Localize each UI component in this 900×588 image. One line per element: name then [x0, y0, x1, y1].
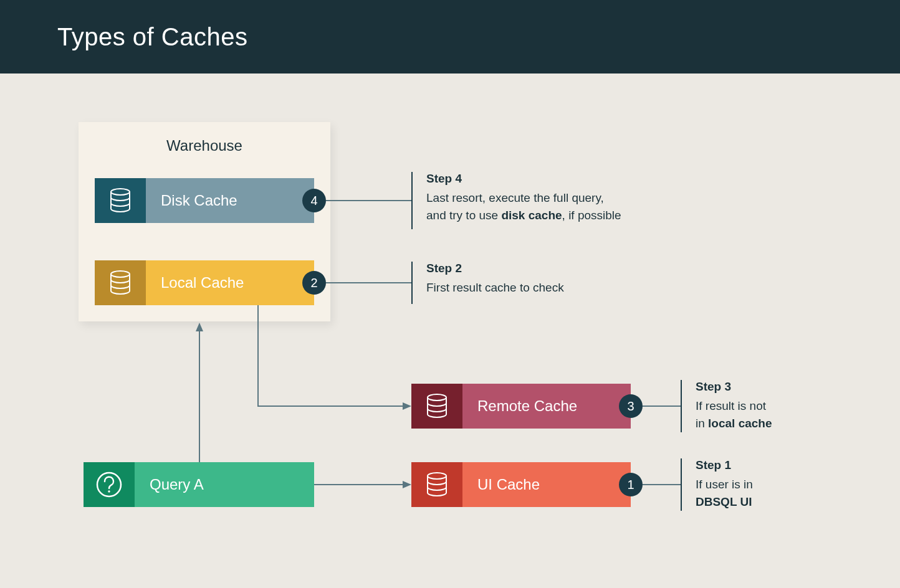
remote-cache-label: Remote Cache — [462, 384, 631, 429]
step-4-body: Last resort, execute the full query, and… — [426, 189, 621, 224]
database-icon — [95, 260, 146, 305]
step-1-line1: If user is in — [696, 478, 753, 491]
badge-2: 2 — [302, 271, 326, 295]
step-3: Step 3 If result is not in local cache — [681, 380, 772, 432]
svg-marker-7 — [403, 481, 411, 488]
ui-cache-row: UI Cache — [411, 462, 631, 507]
svg-point-0 — [111, 189, 130, 195]
badge-4: 4 — [302, 189, 326, 212]
step-3-bold: local cache — [708, 417, 772, 430]
disk-cache-label: Disk Cache — [146, 178, 314, 223]
badge-3: 3 — [619, 394, 643, 418]
step-3-line1: If result is not — [696, 399, 766, 412]
query-a-label: Query A — [135, 462, 314, 507]
database-icon — [411, 462, 462, 507]
step-3-line2a: in — [696, 417, 708, 430]
step-4-line2b: , if possible — [562, 209, 621, 222]
step-4-line1: Last resort, execute the full query, — [426, 191, 604, 204]
database-icon — [411, 384, 462, 429]
step-2: Step 2 First result cache to check — [411, 262, 564, 304]
diagram-canvas: Warehouse Disk Cache 4 Local Cache 2 — [0, 74, 900, 588]
step-2-body: First result cache to check — [426, 279, 564, 296]
svg-marker-9 — [196, 323, 203, 331]
local-cache-row: Local Cache — [95, 260, 314, 305]
svg-marker-10 — [403, 402, 411, 410]
disk-cache-row: Disk Cache — [95, 178, 314, 223]
step-4: Step 4 Last resort, execute the full que… — [411, 172, 621, 229]
warehouse-label: Warehouse — [95, 137, 314, 154]
step-4-bold: disk cache — [501, 209, 562, 222]
step-4-title: Step 4 — [426, 172, 621, 186]
arrow-local-to-remote — [249, 305, 414, 417]
step-3-title: Step 3 — [696, 380, 772, 394]
step-4-line2a: and try to use — [426, 209, 501, 222]
step-1-bold: DBSQL UI — [696, 495, 752, 508]
database-icon — [95, 178, 146, 223]
step-1-title: Step 1 — [696, 458, 753, 472]
remote-cache-row: Remote Cache — [411, 384, 631, 429]
arrow-query-to-ui — [314, 478, 414, 491]
ui-cache-label: UI Cache — [462, 462, 631, 507]
step-1: Step 1 If user is in DBSQL UI — [681, 458, 753, 511]
svg-point-5 — [108, 490, 110, 492]
svg-point-2 — [428, 394, 446, 401]
arrow-query-to-warehouse — [187, 321, 212, 462]
line-disk-to-step4 — [326, 196, 413, 208]
step-2-title: Step 2 — [426, 262, 564, 275]
page-title: Types of Caches — [57, 23, 247, 51]
line-ui-to-step1 — [643, 480, 682, 492]
line-remote-to-step3 — [643, 401, 682, 414]
badge-1: 1 — [619, 473, 643, 496]
question-icon — [84, 462, 135, 507]
svg-point-1 — [111, 271, 130, 277]
line-local-to-step2 — [326, 278, 413, 290]
local-cache-label: Local Cache — [146, 260, 314, 305]
svg-point-3 — [428, 473, 446, 479]
header-bar: Types of Caches — [0, 0, 900, 74]
step-3-body: If result is not in local cache — [696, 397, 772, 432]
step-1-body: If user is in DBSQL UI — [696, 476, 753, 510]
query-a-row: Query A — [84, 462, 314, 507]
